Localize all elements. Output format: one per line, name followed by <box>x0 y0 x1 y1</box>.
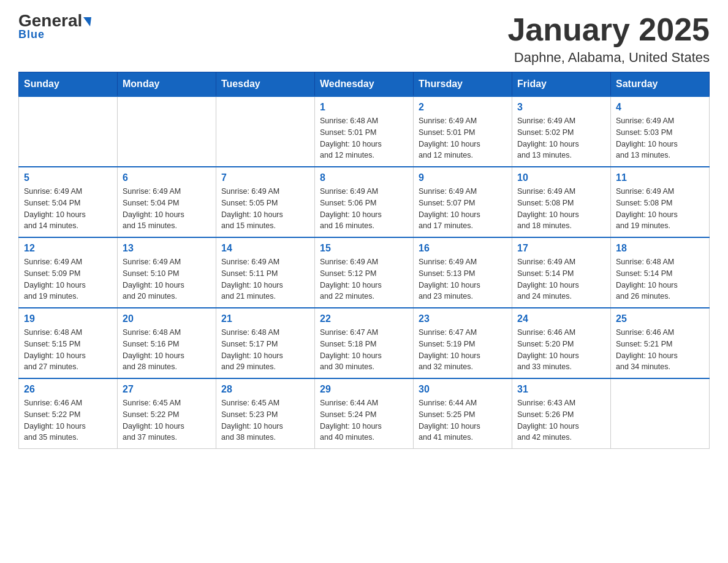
day-info: Sunrise: 6:44 AMSunset: 5:25 PMDaylight:… <box>419 397 507 443</box>
day-info: Sunrise: 6:49 AMSunset: 5:07 PMDaylight:… <box>419 186 507 232</box>
day-info: Sunrise: 6:46 AMSunset: 5:20 PMDaylight:… <box>517 327 605 373</box>
day-number: 21 <box>221 313 309 324</box>
calendar-day-cell: 18Sunrise: 6:48 AMSunset: 5:14 PMDayligh… <box>611 237 710 308</box>
calendar-subtitle: Daphne, Alabama, United States <box>507 50 710 66</box>
calendar-day-cell: 10Sunrise: 6:49 AMSunset: 5:08 PMDayligh… <box>512 167 611 237</box>
day-number: 5 <box>24 172 112 183</box>
calendar-day-cell: 2Sunrise: 6:49 AMSunset: 5:01 PMDaylight… <box>414 96 512 167</box>
day-info: Sunrise: 6:49 AMSunset: 5:08 PMDaylight:… <box>517 186 605 232</box>
calendar-day-cell: 19Sunrise: 6:48 AMSunset: 5:15 PMDayligh… <box>19 308 118 378</box>
calendar-week-row: 26Sunrise: 6:46 AMSunset: 5:22 PMDayligh… <box>19 378 710 449</box>
calendar-day-cell: 7Sunrise: 6:49 AMSunset: 5:05 PMDaylight… <box>216 167 315 237</box>
day-info: Sunrise: 6:48 AMSunset: 5:17 PMDaylight:… <box>221 327 309 373</box>
day-info: Sunrise: 6:49 AMSunset: 5:10 PMDaylight:… <box>123 256 211 302</box>
calendar-day-cell: 30Sunrise: 6:44 AMSunset: 5:25 PMDayligh… <box>414 378 512 449</box>
day-number: 6 <box>123 172 211 183</box>
logo-blue: Blue <box>18 28 45 41</box>
calendar-day-cell: 3Sunrise: 6:49 AMSunset: 5:02 PMDaylight… <box>512 96 611 167</box>
calendar-day-cell: 26Sunrise: 6:46 AMSunset: 5:22 PMDayligh… <box>19 378 118 449</box>
day-number: 12 <box>24 243 112 254</box>
day-number: 29 <box>320 384 408 395</box>
day-number: 19 <box>24 313 112 324</box>
day-number: 28 <box>221 384 309 395</box>
day-number: 26 <box>24 384 112 395</box>
calendar-day-cell <box>118 96 216 167</box>
calendar-day-header: Sunday <box>19 72 118 97</box>
calendar-week-row: 1Sunrise: 6:48 AMSunset: 5:01 PMDaylight… <box>19 96 710 167</box>
calendar-week-row: 12Sunrise: 6:49 AMSunset: 5:09 PMDayligh… <box>19 237 710 308</box>
day-number: 23 <box>419 313 507 324</box>
calendar-day-cell: 25Sunrise: 6:46 AMSunset: 5:21 PMDayligh… <box>611 308 710 378</box>
calendar-day-cell: 11Sunrise: 6:49 AMSunset: 5:08 PMDayligh… <box>611 167 710 237</box>
day-number: 9 <box>419 172 507 183</box>
day-info: Sunrise: 6:48 AMSunset: 5:14 PMDaylight:… <box>616 256 704 302</box>
day-number: 14 <box>221 243 309 254</box>
day-number: 22 <box>320 313 408 324</box>
day-info: Sunrise: 6:47 AMSunset: 5:19 PMDaylight:… <box>419 327 507 373</box>
calendar-day-cell: 27Sunrise: 6:45 AMSunset: 5:22 PMDayligh… <box>118 378 216 449</box>
calendar-title: January 2025 <box>507 12 710 47</box>
day-info: Sunrise: 6:48 AMSunset: 5:16 PMDaylight:… <box>123 327 211 373</box>
calendar-day-cell: 6Sunrise: 6:49 AMSunset: 5:04 PMDaylight… <box>118 167 216 237</box>
day-number: 11 <box>616 172 704 183</box>
day-number: 25 <box>616 313 704 324</box>
day-info: Sunrise: 6:48 AMSunset: 5:15 PMDaylight:… <box>24 327 112 373</box>
day-number: 10 <box>517 172 605 183</box>
day-info: Sunrise: 6:45 AMSunset: 5:22 PMDaylight:… <box>123 397 211 443</box>
day-number: 7 <box>221 172 309 183</box>
calendar-week-row: 5Sunrise: 6:49 AMSunset: 5:04 PMDaylight… <box>19 167 710 237</box>
calendar-day-cell: 24Sunrise: 6:46 AMSunset: 5:20 PMDayligh… <box>512 308 611 378</box>
day-info: Sunrise: 6:46 AMSunset: 5:21 PMDaylight:… <box>616 327 704 373</box>
calendar-day-cell: 4Sunrise: 6:49 AMSunset: 5:03 PMDaylight… <box>611 96 710 167</box>
day-number: 20 <box>123 313 211 324</box>
calendar-day-cell: 1Sunrise: 6:48 AMSunset: 5:01 PMDaylight… <box>315 96 414 167</box>
calendar-day-cell: 23Sunrise: 6:47 AMSunset: 5:19 PMDayligh… <box>414 308 512 378</box>
calendar-day-cell: 16Sunrise: 6:49 AMSunset: 5:13 PMDayligh… <box>414 237 512 308</box>
day-number: 31 <box>517 384 605 395</box>
calendar-day-cell: 15Sunrise: 6:49 AMSunset: 5:12 PMDayligh… <box>315 237 414 308</box>
day-info: Sunrise: 6:49 AMSunset: 5:05 PMDaylight:… <box>221 186 309 232</box>
day-number: 27 <box>123 384 211 395</box>
day-info: Sunrise: 6:49 AMSunset: 5:12 PMDaylight:… <box>320 256 408 302</box>
day-number: 15 <box>320 243 408 254</box>
day-info: Sunrise: 6:49 AMSunset: 5:11 PMDaylight:… <box>221 256 309 302</box>
page-header: General Blue January 2025 Daphne, Alabam… <box>18 12 710 66</box>
day-info: Sunrise: 6:49 AMSunset: 5:01 PMDaylight:… <box>419 115 507 161</box>
calendar-day-cell: 28Sunrise: 6:45 AMSunset: 5:23 PMDayligh… <box>216 378 315 449</box>
day-info: Sunrise: 6:49 AMSunset: 5:04 PMDaylight:… <box>123 186 211 232</box>
calendar-day-cell: 20Sunrise: 6:48 AMSunset: 5:16 PMDayligh… <box>118 308 216 378</box>
calendar-table: SundayMondayTuesdayWednesdayThursdayFrid… <box>18 72 710 449</box>
calendar-week-row: 19Sunrise: 6:48 AMSunset: 5:15 PMDayligh… <box>19 308 710 378</box>
day-info: Sunrise: 6:49 AMSunset: 5:08 PMDaylight:… <box>616 186 704 232</box>
day-info: Sunrise: 6:49 AMSunset: 5:03 PMDaylight:… <box>616 115 704 161</box>
day-info: Sunrise: 6:49 AMSunset: 5:02 PMDaylight:… <box>517 115 605 161</box>
calendar-header-row: SundayMondayTuesdayWednesdayThursdayFrid… <box>19 72 710 97</box>
calendar-day-cell: 8Sunrise: 6:49 AMSunset: 5:06 PMDaylight… <box>315 167 414 237</box>
calendar-day-cell <box>216 96 315 167</box>
day-number: 13 <box>123 243 211 254</box>
calendar-day-cell: 17Sunrise: 6:49 AMSunset: 5:14 PMDayligh… <box>512 237 611 308</box>
calendar-day-cell: 12Sunrise: 6:49 AMSunset: 5:09 PMDayligh… <box>19 237 118 308</box>
day-number: 30 <box>419 384 507 395</box>
calendar-day-cell: 22Sunrise: 6:47 AMSunset: 5:18 PMDayligh… <box>315 308 414 378</box>
day-number: 17 <box>517 243 605 254</box>
day-number: 24 <box>517 313 605 324</box>
day-number: 1 <box>320 102 408 113</box>
calendar-day-header: Monday <box>118 72 216 97</box>
calendar-day-cell <box>19 96 118 167</box>
day-info: Sunrise: 6:43 AMSunset: 5:26 PMDaylight:… <box>517 397 605 443</box>
calendar-day-cell: 31Sunrise: 6:43 AMSunset: 5:26 PMDayligh… <box>512 378 611 449</box>
calendar-day-cell: 29Sunrise: 6:44 AMSunset: 5:24 PMDayligh… <box>315 378 414 449</box>
day-info: Sunrise: 6:45 AMSunset: 5:23 PMDaylight:… <box>221 397 309 443</box>
day-info: Sunrise: 6:49 AMSunset: 5:06 PMDaylight:… <box>320 186 408 232</box>
day-info: Sunrise: 6:49 AMSunset: 5:13 PMDaylight:… <box>419 256 507 302</box>
calendar-day-cell <box>611 378 710 449</box>
day-number: 8 <box>320 172 408 183</box>
calendar-day-cell: 5Sunrise: 6:49 AMSunset: 5:04 PMDaylight… <box>19 167 118 237</box>
calendar-day-header: Thursday <box>414 72 512 97</box>
calendar-day-header: Friday <box>512 72 611 97</box>
day-info: Sunrise: 6:49 AMSunset: 5:04 PMDaylight:… <box>24 186 112 232</box>
calendar-day-header: Saturday <box>611 72 710 97</box>
calendar-day-cell: 14Sunrise: 6:49 AMSunset: 5:11 PMDayligh… <box>216 237 315 308</box>
day-info: Sunrise: 6:47 AMSunset: 5:18 PMDaylight:… <box>320 327 408 373</box>
